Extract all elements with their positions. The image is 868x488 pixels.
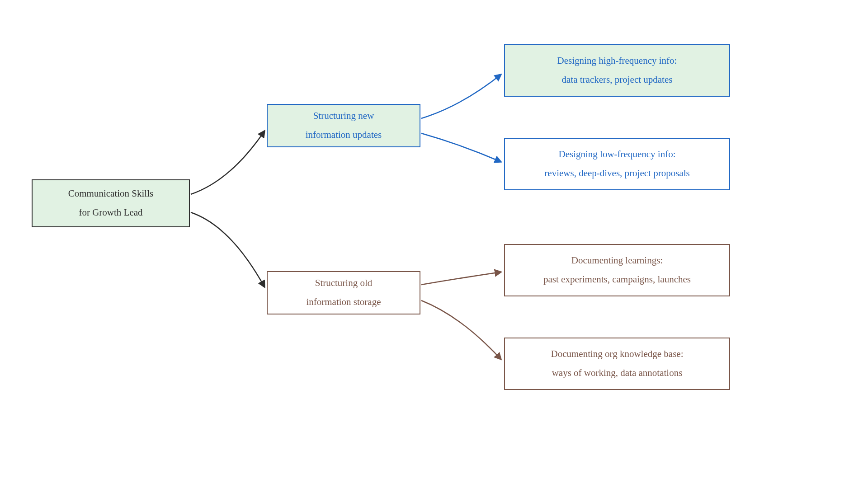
node-leaf4-line2: ways of working, data annotations xyxy=(552,366,683,381)
node-leaf2-line2: reviews, deep-dives, project proposals xyxy=(544,166,689,181)
node-branch2-line1: Structuring old xyxy=(315,276,373,291)
arrow-branch2-to-leaf4 xyxy=(421,300,501,359)
node-leaf2-line1: Designing low-frequency info: xyxy=(559,147,676,162)
arrow-root-to-branch2 xyxy=(191,212,264,287)
node-root-line1: Communication Skills xyxy=(68,186,153,202)
arrow-branch1-to-leaf1 xyxy=(421,75,501,118)
node-leaf1-line1: Designing high-frequency info: xyxy=(557,53,677,69)
node-branch2-line2: information storage xyxy=(306,295,381,310)
node-leaf-high-frequency: Designing high-frequency info: data trac… xyxy=(504,44,730,97)
node-branch-new-info: Structuring new information updates xyxy=(267,104,420,147)
node-root: Communication Skills for Growth Lead xyxy=(32,179,190,227)
node-leaf-low-frequency: Designing low-frequency info: reviews, d… xyxy=(504,138,730,190)
node-branch1-line1: Structuring new xyxy=(313,108,374,124)
arrow-branch2-to-leaf3 xyxy=(421,272,501,285)
node-branch1-line2: information updates xyxy=(306,127,382,143)
node-leaf3-line1: Documenting learnings: xyxy=(571,253,663,268)
node-leaf-knowledge-base: Documenting org knowledge base: ways of … xyxy=(504,338,730,390)
node-leaf1-line2: data trackers, project updates xyxy=(562,72,673,88)
diagram-container: Communication Skills for Growth Lead Str… xyxy=(0,0,868,488)
node-leaf-learnings: Documenting learnings: past experiments,… xyxy=(504,244,730,296)
arrow-root-to-branch1 xyxy=(191,131,264,194)
connector-arrows xyxy=(0,0,868,488)
node-leaf4-line1: Documenting org knowledge base: xyxy=(551,347,684,362)
node-leaf3-line2: past experiments, campaigns, launches xyxy=(543,272,691,287)
arrow-branch1-to-leaf2 xyxy=(421,133,501,162)
node-branch-old-info: Structuring old information storage xyxy=(267,271,420,314)
node-root-line2: for Growth Lead xyxy=(79,205,142,221)
